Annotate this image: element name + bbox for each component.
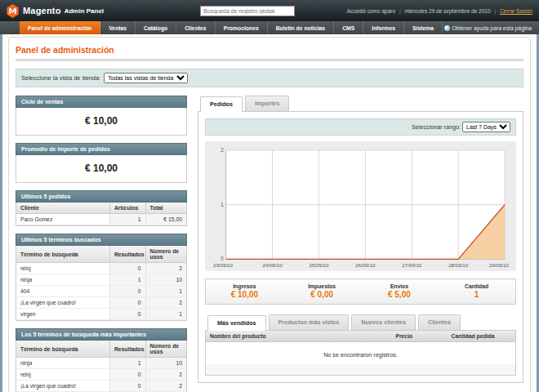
table-row[interactable]: Paco Gomez1€ 15,00	[16, 214, 186, 225]
dashboard-column: PedidosImportes Seleccionar rango: Last …	[198, 96, 523, 392]
table-row[interactable]: ¡La virgen que cuadro!02	[16, 297, 186, 309]
empty-table-message: No se encontraron registros.	[206, 342, 515, 365]
total-cantidad: Cantidad1	[438, 283, 515, 299]
column-header-n-mero-de-usos: Número de usos	[145, 246, 186, 263]
sales-cycle-value: € 10,00	[16, 108, 187, 136]
nav-item-clientes[interactable]: Clientes	[176, 21, 215, 34]
column-header-total: Total	[145, 203, 186, 214]
table-row[interactable]: ninja110	[16, 358, 186, 369]
total-value: € 10,00	[206, 290, 283, 299]
store-view-bar: Seleccione la vista de tienda: Todas las…	[16, 69, 523, 87]
table-row[interactable]: ¡La virgen que cuadro!02	[16, 381, 186, 392]
svg-text:24/09/10: 24/09/10	[263, 262, 283, 268]
svg-text:23/09/10: 23/09/10	[213, 262, 234, 268]
table-footer-band	[206, 364, 515, 375]
table-row[interactable]: reloj02	[16, 263, 186, 274]
main-content-box: Panel de administración Seleccione la vi…	[8, 37, 531, 392]
title-divider	[16, 59, 523, 61]
svg-text:27/09/10: 27/09/10	[402, 262, 422, 268]
column-header-nombre-del-producto: Nombre del producto	[206, 331, 391, 342]
tab-clientes[interactable]: Clientes	[418, 314, 461, 330]
tab-m-s-vendidos[interactable]: Más vendidos	[207, 315, 266, 331]
tab-importes[interactable]: Importes	[245, 96, 289, 111]
last-orders-widget: Ultimos 5 pedidos ClienteArtículosTotalP…	[16, 190, 187, 226]
total-label: Envios	[361, 283, 439, 289]
app-header: Magento Admin Panel Accedió como aparo |…	[0, 0, 539, 21]
svg-text:28/09/10: 28/09/10	[448, 262, 469, 268]
column-header-precio: Precio	[391, 331, 447, 342]
table-row[interactable]: ninja110	[16, 274, 186, 286]
svg-text:2: 2	[220, 147, 224, 153]
store-view-select[interactable]: Todas las vistas de tienda	[104, 73, 188, 83]
nav-item-sistema[interactable]: Sistema	[404, 21, 443, 34]
table-row[interactable]: virgen01	[16, 309, 186, 320]
logged-in-as: Accedió como aparo	[347, 8, 395, 14]
help-icon	[444, 25, 450, 31]
column-header-resultados: Resultados	[109, 246, 145, 263]
last-search-terms-table: Término de búsquedaResultadosNúmero de u…	[16, 246, 187, 321]
total-impuestos: Impuestos€ 0,00	[283, 283, 361, 299]
logout-link[interactable]: Cerrar Sesión	[500, 8, 532, 14]
session-info: Accedió como aparo | miércoles 29 de sep…	[347, 8, 532, 14]
help-link[interactable]: Obtener ayuda para esta página	[444, 21, 539, 34]
main-nav: Panel de administraciónVentasCatálogoCli…	[0, 21, 539, 34]
nav-item-informes[interactable]: Informes	[363, 21, 404, 34]
total-label: Ingresos	[206, 283, 283, 289]
column-header-cantidad-pedida: Cantidad pedida	[448, 331, 515, 342]
product-report-tabs: Más vendidosProductos más vistosNuevos c…	[205, 314, 516, 331]
range-bar: Seleccionar rango: Last 7 Days	[205, 118, 516, 136]
column-header-t-rmino-de-b-squeda: Término de búsqueda	[16, 341, 109, 358]
orders-chart: 01223/09/1024/09/1025/09/1026/09/1027/09…	[205, 141, 516, 271]
product-table: Nombre del productoPrecioCantidad pedida…	[206, 331, 515, 364]
nav-item-panel-de-administraci-n[interactable]: Panel de administración	[20, 21, 100, 34]
total-value: € 5,00	[361, 290, 439, 299]
table-row[interactable]: reloj02	[16, 369, 186, 381]
nav-item-cms[interactable]: CMS	[334, 21, 363, 34]
nav-item-ventas[interactable]: Ventas	[100, 21, 136, 34]
widget-title: Ciclo de ventas	[16, 96, 187, 108]
page-title: Panel de administración	[16, 42, 523, 59]
current-date: miércoles 29 de septiembre de 2010	[404, 8, 490, 14]
widget-title: Ultimos 5 pedidos	[16, 190, 187, 203]
widget-title: Los 5 términos de búsqueda más important…	[16, 328, 187, 341]
last-orders-table: ClienteArtículosTotalPaco Gomez1€ 15,00	[16, 203, 187, 226]
orders-chart-svg: 01223/09/1024/09/1025/09/1026/09/1027/09…	[212, 145, 510, 270]
nav-items: Panel de administraciónVentasCatálogoCli…	[20, 21, 443, 34]
column-header-resultados: Resultados	[109, 341, 145, 358]
orders-amounts-tabs: PedidosImportes	[198, 96, 523, 112]
range-label: Seleccionar rango:	[412, 123, 461, 131]
svg-text:1: 1	[220, 202, 224, 207]
sales-cycle-widget: Ciclo de ventas € 10,00	[16, 96, 187, 136]
total-envios: Envios€ 5,00	[361, 283, 439, 299]
svg-text:0: 0	[220, 256, 224, 261]
nav-item-promociones[interactable]: Promociones	[216, 21, 268, 34]
stats-column: Ciclo de ventas € 10,00 Promedio de impo…	[16, 96, 187, 392]
widget-title: Promedio de importe de pedidos	[16, 143, 187, 155]
totals-row: Ingresos€ 10,00Impuestos€ 0,00Envios€ 5,…	[205, 278, 516, 305]
nav-item-bolet-n-de-noticias[interactable]: Boletín de noticias	[268, 21, 334, 34]
svg-text:26/09/10: 26/09/10	[355, 262, 376, 268]
global-search-input[interactable]	[200, 6, 295, 16]
svg-text:25/09/10: 25/09/10	[309, 262, 329, 268]
tab-pedidos[interactable]: Pedidos	[200, 96, 243, 112]
column-header-t-rmino-de-b-squeda: Término de búsqueda	[16, 246, 109, 263]
content-frame: Panel de administración Seleccione la vi…	[0, 34, 539, 392]
column-header-art-culos: Artículos	[109, 203, 145, 214]
widget-title: Ultimos 5 términos buscados	[16, 234, 187, 246]
help-label: Obtener ayuda para esta página	[452, 25, 532, 31]
tab-nuevos-clientes[interactable]: Nuevos clientes	[351, 314, 416, 330]
store-view-label: Seleccione la vista de tienda:	[21, 74, 100, 82]
avg-order-value: € 10,00	[16, 155, 187, 183]
svg-text:29/09/10: 29/09/10	[489, 262, 510, 268]
total-value: € 0,00	[283, 290, 361, 299]
top-search-terms-table: Término de búsquedaResultadosNúmero de u…	[16, 341, 187, 392]
total-value: 1	[438, 290, 515, 299]
range-select[interactable]: Last 7 Days	[462, 122, 510, 132]
product-table-panel: Nombre del productoPrecioCantidad pedida…	[205, 331, 516, 376]
column-header-cliente: Cliente	[16, 203, 109, 214]
app-title: Magento	[23, 6, 61, 16]
tab-productos-m-s-vistos[interactable]: Productos más vistos	[269, 314, 350, 330]
table-row[interactable]: 40401	[16, 286, 186, 297]
nav-item-cat-logo[interactable]: Catálogo	[136, 21, 176, 34]
avg-order-widget: Promedio de importe de pedidos € 10,00	[16, 143, 187, 183]
